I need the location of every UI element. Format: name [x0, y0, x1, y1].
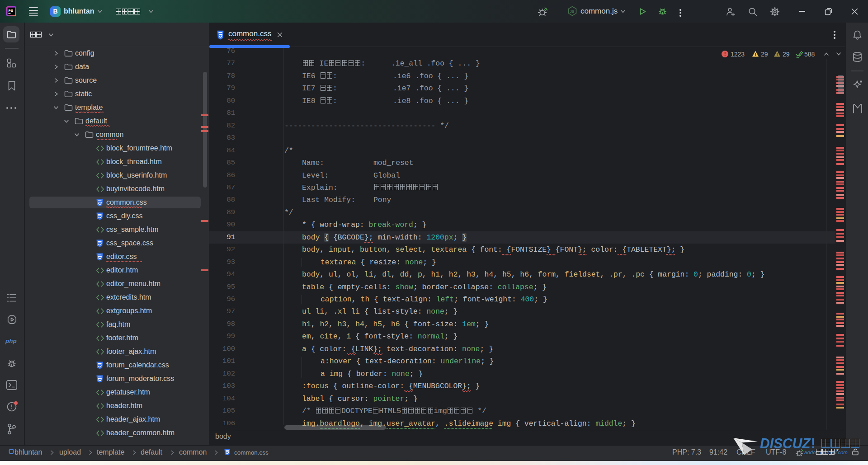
svg-text:JS: JS [570, 9, 574, 14]
svg-text:PS: PS [8, 9, 13, 13]
